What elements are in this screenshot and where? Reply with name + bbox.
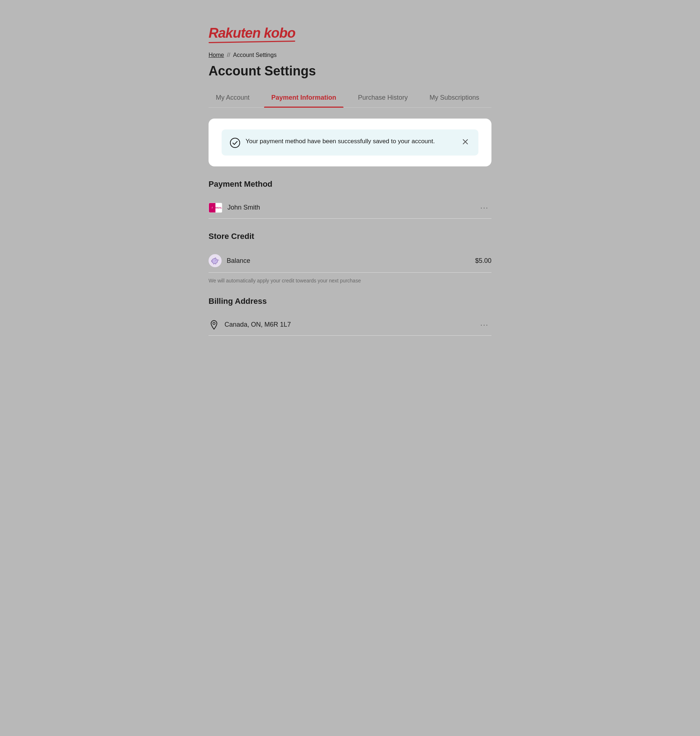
balance-amount: $5.00	[475, 257, 491, 265]
ideal-payment-icon: i IDEAL	[209, 203, 222, 213]
close-banner-button[interactable]	[460, 137, 471, 147]
tab-payment-information[interactable]: Payment Information	[264, 89, 344, 107]
tab-my-subscriptions[interactable]: My Subscriptions	[422, 89, 486, 107]
store-credit-section: Store Credit	[209, 232, 491, 284]
tab-my-account-label: My Account	[216, 94, 250, 101]
tab-my-subscriptions-label: My Subscriptions	[429, 94, 479, 101]
logo-text: Rakuten kobo	[209, 25, 295, 41]
logo-area: Rakuten kobo	[209, 15, 491, 41]
tab-purchase-history-label: Purchase History	[358, 94, 408, 101]
balance-row: Balance $5.00	[209, 249, 491, 273]
check-circle-icon	[229, 137, 240, 148]
tab-payment-information-label: Payment Information	[271, 94, 336, 101]
billing-address-title: Billing Address	[209, 297, 491, 306]
ideal-right: IDEAL	[215, 203, 222, 213]
tabs-container: My Account Payment Information Purchase …	[209, 89, 491, 108]
svg-point-1	[212, 259, 218, 264]
payment-method-title: Payment Method	[209, 179, 491, 189]
breadcrumb-separator: //	[227, 52, 230, 58]
logo-underline	[209, 41, 295, 43]
address-dots-label: ···	[480, 320, 488, 329]
address-row: Canada, ON, M6R 1L7 ···	[209, 314, 491, 336]
tab-purchase-history[interactable]: Purchase History	[351, 89, 415, 107]
pin-svg	[210, 320, 218, 330]
billing-address-text: Canada, ON, M6R 1L7	[225, 321, 291, 329]
close-icon	[462, 138, 469, 145]
success-message: Your payment method have been successful…	[246, 137, 435, 146]
piggy-bank-icon	[211, 257, 219, 265]
white-card: Your payment method have been successful…	[209, 119, 491, 166]
ideal-brand-text: IDEAL	[215, 207, 222, 209]
credit-note: We will automatically apply your credit …	[209, 276, 491, 284]
breadcrumb-home-link[interactable]: Home	[209, 52, 224, 58]
balance-left: Balance	[209, 254, 250, 267]
payment-row-left: i IDEAL John Smith	[209, 203, 260, 213]
content-area: Rakuten kobo Home // Account Settings Ac…	[187, 0, 513, 363]
payment-method-menu-button[interactable]: ···	[477, 202, 491, 213]
store-credit-icon	[209, 254, 222, 267]
ideal-i-text: i	[212, 206, 213, 209]
success-banner-left: Your payment method have been successful…	[229, 137, 435, 148]
breadcrumb: Home // Account Settings	[209, 52, 491, 58]
payment-method-section: Payment Method i IDEAL	[209, 179, 491, 219]
page-title: Account Settings	[209, 63, 491, 79]
payment-holder-name: John Smith	[227, 204, 260, 212]
svg-point-0	[230, 138, 240, 148]
payment-method-row: i IDEAL John Smith ···	[209, 197, 491, 219]
svg-point-3	[213, 322, 215, 325]
breadcrumb-current: Account Settings	[233, 52, 277, 58]
billing-address-section: Billing Address Canada, ON, M6R 1L7 ···	[209, 297, 491, 336]
billing-address-menu-button[interactable]: ···	[477, 319, 491, 330]
rakuten-kobo-logo[interactable]: Rakuten kobo	[209, 25, 295, 41]
ideal-left: i	[209, 203, 215, 213]
success-banner: Your payment method have been successful…	[222, 129, 478, 156]
balance-label: Balance	[227, 257, 250, 265]
tab-my-account[interactable]: My Account	[209, 89, 257, 107]
payment-dots-label: ···	[480, 203, 488, 212]
location-pin-icon	[209, 319, 219, 330]
store-credit-title: Store Credit	[209, 232, 491, 241]
address-left: Canada, ON, M6R 1L7	[209, 319, 291, 330]
svg-point-2	[215, 260, 216, 261]
ideal-badge-inner: i IDEAL	[209, 203, 222, 213]
page-container: Rakuten kobo Home // Account Settings Ac…	[0, 0, 700, 736]
